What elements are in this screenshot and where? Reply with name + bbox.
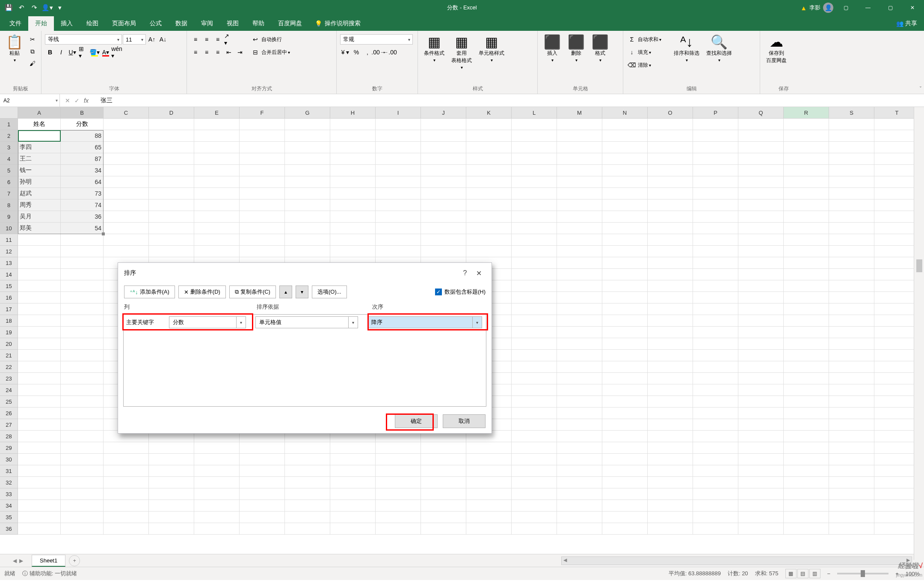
number-format-combo[interactable]: 常规▾: [340, 34, 413, 45]
cell[interactable]: 34: [61, 165, 104, 176]
cell[interactable]: [376, 523, 421, 535]
cell[interactable]: [648, 130, 693, 142]
cell[interactable]: [61, 269, 104, 280]
cell[interactable]: [240, 223, 285, 234]
sort-key-combo[interactable]: 分数▾: [169, 316, 246, 328]
align-left-icon[interactable]: ≡: [190, 47, 201, 57]
cell[interactable]: [648, 488, 693, 500]
redo-icon[interactable]: ↷: [28, 2, 40, 14]
format-cells-button[interactable]: ⬛格式▾: [589, 34, 611, 63]
cell[interactable]: [693, 315, 738, 327]
cell[interactable]: [240, 454, 285, 465]
cell[interactable]: [738, 419, 784, 431]
cell[interactable]: [104, 165, 149, 176]
cell[interactable]: [602, 211, 648, 223]
cell[interactable]: [693, 465, 738, 477]
decrease-decimal-icon[interactable]: ←.00: [385, 47, 395, 57]
touch-icon[interactable]: 👤▾: [41, 2, 53, 14]
cell[interactable]: [104, 211, 149, 223]
cell[interactable]: [784, 338, 829, 350]
cell[interactable]: [512, 188, 557, 199]
cell[interactable]: [648, 408, 693, 419]
ok-button[interactable]: 确定: [395, 414, 438, 428]
cell[interactable]: [602, 361, 648, 373]
cell[interactable]: [104, 130, 149, 142]
cell[interactable]: [784, 280, 829, 292]
col-header-K[interactable]: K: [466, 107, 512, 119]
cell[interactable]: [466, 477, 512, 488]
cell[interactable]: [149, 512, 194, 523]
cell[interactable]: [285, 153, 330, 165]
cell[interactable]: [240, 153, 285, 165]
cell[interactable]: [330, 454, 376, 465]
cell[interactable]: [602, 373, 648, 384]
cell[interactable]: [648, 303, 693, 315]
cell[interactable]: [18, 373, 61, 384]
format-painter-icon[interactable]: 🖌: [27, 58, 38, 68]
cell[interactable]: [829, 176, 874, 188]
normal-view-icon[interactable]: ▦: [785, 569, 797, 578]
cell[interactable]: [557, 465, 602, 477]
cell[interactable]: [784, 454, 829, 465]
col-header-F[interactable]: F: [240, 107, 285, 119]
cell[interactable]: [784, 500, 829, 512]
cell[interactable]: 36: [61, 211, 104, 223]
cell[interactable]: 赵武: [18, 188, 61, 199]
tab-review[interactable]: 审阅: [194, 16, 220, 31]
cell[interactable]: [421, 199, 466, 211]
cancel-button[interactable]: 取消: [443, 414, 486, 428]
cell[interactable]: [557, 257, 602, 269]
cell[interactable]: [874, 315, 920, 327]
cell[interactable]: [61, 373, 104, 384]
cell[interactable]: [602, 454, 648, 465]
cell[interactable]: [874, 246, 920, 257]
cell[interactable]: [829, 454, 874, 465]
row-header-4[interactable]: 4: [0, 153, 18, 165]
cell[interactable]: 姓名: [18, 119, 61, 130]
cell[interactable]: [784, 119, 829, 130]
cell[interactable]: [874, 465, 920, 477]
cell[interactable]: [512, 350, 557, 361]
cell[interactable]: [557, 223, 602, 234]
cell[interactable]: [421, 211, 466, 223]
cell[interactable]: [61, 442, 104, 454]
sort-filter-button[interactable]: ᴬ↓排序和筛选▾: [671, 34, 702, 63]
cell[interactable]: [466, 234, 512, 246]
cell[interactable]: 54: [61, 223, 104, 234]
cell[interactable]: [602, 188, 648, 199]
cell[interactable]: 87: [61, 153, 104, 165]
cell[interactable]: [285, 465, 330, 477]
cell[interactable]: [240, 234, 285, 246]
cell[interactable]: [693, 408, 738, 419]
row-header-29[interactable]: 29: [0, 442, 18, 454]
cell[interactable]: [648, 292, 693, 303]
cell[interactable]: [61, 246, 104, 257]
cell[interactable]: [829, 199, 874, 211]
col-header-D[interactable]: D: [149, 107, 194, 119]
cell[interactable]: [784, 465, 829, 477]
cell[interactable]: [602, 442, 648, 454]
cell[interactable]: [466, 119, 512, 130]
cell[interactable]: [784, 142, 829, 153]
cell[interactable]: [738, 373, 784, 384]
cell[interactable]: [194, 512, 240, 523]
cell[interactable]: [376, 234, 421, 246]
cell[interactable]: [648, 246, 693, 257]
cell[interactable]: [512, 500, 557, 512]
cell[interactable]: [874, 361, 920, 373]
cell[interactable]: [602, 465, 648, 477]
cell[interactable]: [61, 477, 104, 488]
cell[interactable]: [421, 523, 466, 535]
undo-icon[interactable]: ↶: [15, 2, 27, 14]
cell[interactable]: [693, 199, 738, 211]
cell[interactable]: [738, 142, 784, 153]
cell[interactable]: [149, 442, 194, 454]
cell[interactable]: [240, 130, 285, 142]
cell[interactable]: [693, 523, 738, 535]
tab-insert[interactable]: 插入: [54, 16, 80, 31]
paste-button[interactable]: 📋 粘贴 ▾: [3, 34, 26, 63]
cell[interactable]: [194, 142, 240, 153]
cell[interactable]: [18, 396, 61, 408]
cell[interactable]: [330, 119, 376, 130]
cell[interactable]: [149, 500, 194, 512]
